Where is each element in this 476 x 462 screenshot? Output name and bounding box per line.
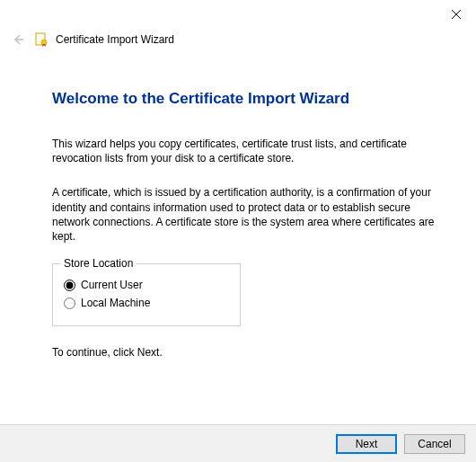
radio-local-machine[interactable]: Local Machine: [64, 297, 229, 309]
wizard-footer: Next Cancel: [0, 424, 476, 462]
wizard-title: Certificate Import Wizard: [56, 33, 174, 46]
radio-local-machine-label: Local Machine: [81, 297, 150, 309]
cancel-button[interactable]: Cancel: [404, 434, 465, 454]
page-heading: Welcome to the Certificate Import Wizard: [52, 90, 440, 108]
next-button[interactable]: Next: [336, 434, 397, 454]
radio-current-user[interactable]: Current User: [64, 279, 229, 291]
close-icon: [452, 10, 461, 19]
radio-current-user-input[interactable]: [64, 280, 75, 291]
wizard-header: Certificate Import Wizard: [9, 31, 174, 49]
back-arrow-icon: [11, 32, 25, 47]
back-button[interactable]: [9, 31, 27, 49]
radio-current-user-label: Current User: [81, 279, 143, 291]
close-button[interactable]: [447, 5, 465, 23]
radio-local-machine-input[interactable]: [64, 298, 75, 309]
store-location-legend: Store Location: [60, 257, 137, 270]
certificate-icon: [34, 32, 48, 47]
description-text: A certificate, which is issued by a cert…: [52, 185, 440, 244]
store-location-group: Store Location Current User Local Machin…: [52, 263, 241, 326]
intro-text: This wizard helps you copy certificates,…: [52, 137, 440, 165]
continue-text: To continue, click Next.: [52, 346, 440, 359]
